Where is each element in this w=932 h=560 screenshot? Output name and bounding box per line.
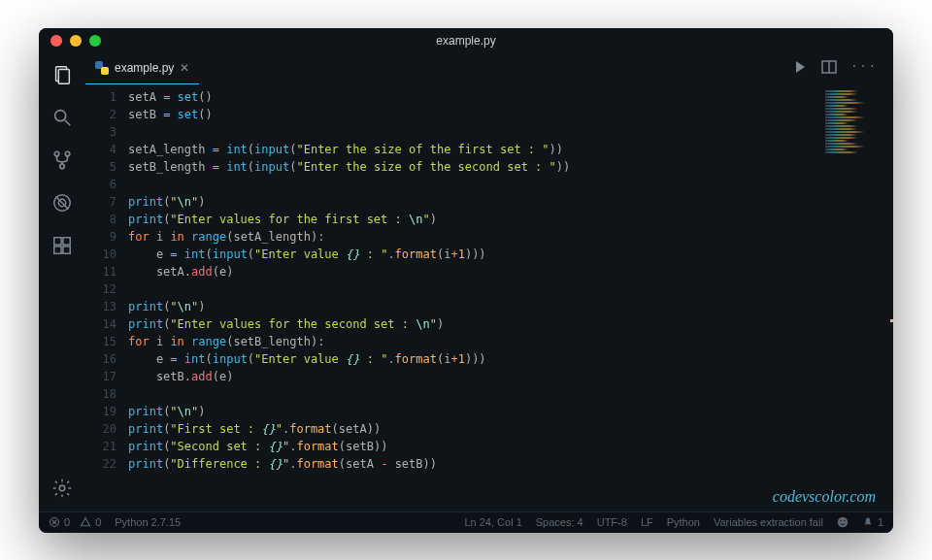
line-number: 18	[85, 385, 116, 403]
window-title: example.py	[436, 34, 495, 48]
notification-count: 1	[878, 516, 883, 528]
debug-icon[interactable]	[50, 191, 74, 214]
line-number: 15	[85, 333, 116, 350]
minimap[interactable]	[825, 90, 883, 168]
svg-point-21	[840, 520, 842, 522]
code-line[interactable]: setB = set()	[128, 106, 893, 123]
code-line[interactable]: print("Enter values for the second set :…	[128, 315, 893, 333]
code-line[interactable]: print("Second set : {}".format(setB))	[128, 438, 893, 455]
tab-example-py[interactable]: example.py ✕	[85, 53, 199, 84]
extension-status[interactable]: Variables extraction fail	[714, 516, 823, 528]
svg-rect-10	[54, 237, 61, 244]
eol-status[interactable]: LF	[641, 516, 653, 528]
code-line[interactable]: print("\n")	[128, 193, 893, 211]
code-line[interactable]: setA.add(e)	[128, 263, 893, 280]
warning-count: 0	[95, 516, 101, 528]
code-editor[interactable]: 12345678910111213141516171819202122 setA…	[85, 84, 893, 511]
line-number: 3	[85, 123, 116, 141]
run-icon[interactable]	[792, 59, 808, 78]
overview-ruler-marker	[890, 319, 893, 322]
line-number: 19	[85, 403, 116, 420]
svg-point-2	[55, 110, 66, 120]
svg-point-14	[59, 485, 65, 491]
settings-gear-icon[interactable]	[50, 477, 74, 500]
code-line[interactable]	[128, 280, 893, 298]
code-line[interactable]: setA = set()	[128, 88, 893, 106]
indentation-status[interactable]: Spaces: 4	[536, 516, 583, 528]
python-version-status[interactable]: Python 2.7.15	[115, 516, 181, 528]
line-number: 11	[85, 263, 116, 280]
python-file-icon	[95, 61, 109, 75]
editor-actions: ···	[792, 59, 885, 78]
tab-close-icon[interactable]: ✕	[180, 61, 189, 75]
line-number: 7	[85, 193, 116, 211]
code-line[interactable]: print("Enter values for the first set : …	[128, 211, 893, 228]
line-number: 21	[85, 438, 116, 455]
svg-line-3	[65, 119, 71, 125]
svg-rect-11	[54, 246, 61, 252]
code-line[interactable]	[128, 176, 893, 193]
line-number: 4	[85, 141, 116, 158]
feedback-icon[interactable]	[837, 516, 849, 528]
tab-bar: example.py ✕ ···	[85, 53, 893, 84]
svg-rect-13	[63, 237, 70, 244]
problems-status[interactable]: 0 0	[49, 516, 101, 528]
error-count: 0	[64, 516, 70, 528]
close-window-button[interactable]	[50, 35, 62, 47]
svg-line-8	[56, 196, 69, 209]
minimize-window-button[interactable]	[70, 35, 82, 47]
line-number: 22	[85, 455, 116, 473]
svg-point-4	[54, 151, 59, 156]
status-bar: 0 0 Python 2.7.15 Ln 24, Col 1 Spaces: 4…	[39, 511, 893, 533]
split-editor-icon[interactable]	[821, 59, 837, 78]
zoom-window-button[interactable]	[89, 35, 101, 47]
code-line[interactable]: setA_length = int(input("Enter the size …	[128, 141, 893, 158]
line-number: 8	[85, 211, 116, 228]
traffic-lights	[39, 35, 101, 47]
titlebar: example.py	[39, 28, 893, 53]
line-number: 20	[85, 420, 116, 438]
code-line[interactable]	[128, 385, 893, 403]
line-number: 9	[85, 228, 116, 246]
code-content[interactable]: setA = set()setB = set() setA_length = i…	[128, 84, 893, 511]
code-line[interactable]: print("\n")	[128, 298, 893, 315]
activity-bar	[39, 53, 85, 511]
source-control-icon[interactable]	[50, 148, 74, 172]
language-mode-status[interactable]: Python	[667, 516, 700, 528]
svg-point-6	[60, 164, 65, 169]
line-number: 16	[85, 350, 116, 368]
tab-label: example.py	[115, 61, 174, 75]
line-number: 17	[85, 368, 116, 385]
code-line[interactable]: print("First set : {}".format(setA))	[128, 420, 893, 438]
editor-window: example.py	[39, 28, 893, 533]
line-number: 2	[85, 106, 116, 123]
code-line[interactable]: print("\n")	[128, 403, 893, 420]
svg-point-22	[844, 520, 846, 522]
search-icon[interactable]	[50, 106, 74, 129]
line-number: 1	[85, 88, 116, 106]
code-line[interactable]: setB_length = int(input("Enter the size …	[128, 158, 893, 176]
explorer-icon[interactable]	[50, 63, 74, 86]
more-actions-icon[interactable]: ···	[850, 59, 878, 78]
code-line[interactable]: e = int(input("Enter value {} : ".format…	[128, 350, 893, 368]
code-line[interactable]: for i in range(setB_length):	[128, 333, 893, 350]
line-number: 10	[85, 246, 116, 263]
line-number-gutter: 12345678910111213141516171819202122	[85, 84, 128, 511]
code-line[interactable]: print("Difference : {}".format(setA - se…	[128, 455, 893, 473]
svg-rect-1	[58, 69, 69, 83]
extensions-icon[interactable]	[50, 234, 74, 257]
cursor-position-status[interactable]: Ln 24, Col 1	[464, 516, 521, 528]
svg-rect-12	[63, 246, 70, 252]
svg-point-20	[838, 517, 849, 528]
code-line[interactable]	[128, 123, 893, 141]
code-line[interactable]: for i in range(setA_length):	[128, 228, 893, 246]
code-line[interactable]: e = int(input("Enter value {} : ".format…	[128, 246, 893, 263]
line-number: 14	[85, 315, 116, 333]
line-number: 6	[85, 176, 116, 193]
code-line[interactable]: setB.add(e)	[128, 368, 893, 385]
svg-point-5	[65, 151, 70, 156]
encoding-status[interactable]: UTF-8	[597, 516, 627, 528]
line-number: 5	[85, 158, 116, 176]
notifications-status[interactable]: 1	[862, 516, 883, 528]
editor-area: example.py ✕ ··· 12345678910111213141516…	[85, 53, 893, 511]
